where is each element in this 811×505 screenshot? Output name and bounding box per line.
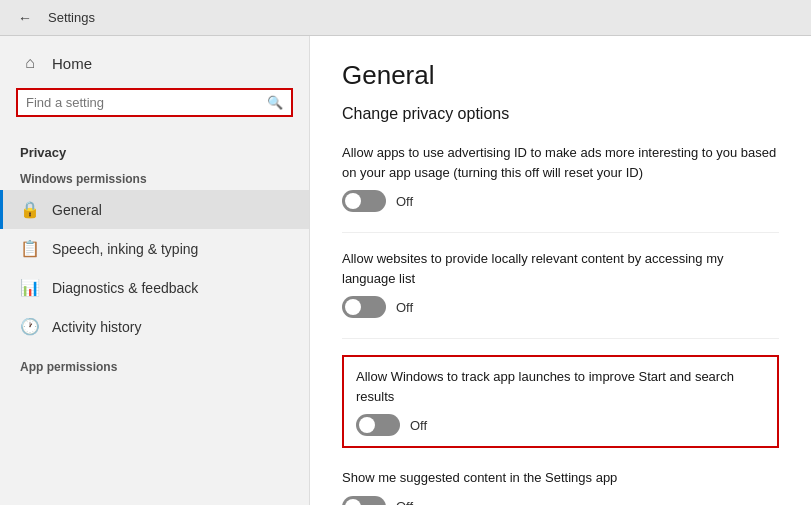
main-layout: ⌂ Home 🔍 Privacy Windows permissions 🔒 G… — [0, 36, 811, 505]
setting-text: Allow Windows to track app launches to i… — [356, 367, 765, 406]
setting-track-launches-highlighted: Allow Windows to track app launches to i… — [342, 355, 779, 448]
toggle-row: Off — [342, 496, 779, 506]
divider — [342, 338, 779, 339]
setting-text: Show me suggested content in the Setting… — [342, 468, 779, 488]
windows-permissions-label: Windows permissions — [0, 166, 309, 190]
advertising-id-toggle[interactable] — [342, 190, 386, 212]
diagnostics-icon: 📊 — [20, 278, 40, 297]
sidebar-item-general[interactable]: 🔒 General — [0, 190, 309, 229]
sidebar-item-label: Diagnostics & feedback — [52, 280, 198, 296]
toggle-knob — [345, 299, 361, 315]
content-area: General Change privacy options Allow app… — [310, 36, 811, 505]
privacy-section-label: Privacy — [0, 131, 309, 166]
page-title: General — [342, 60, 779, 91]
sidebar-item-label: Speech, inking & typing — [52, 241, 198, 257]
sidebar: ⌂ Home 🔍 Privacy Windows permissions 🔒 G… — [0, 36, 310, 505]
speech-icon: 📋 — [20, 239, 40, 258]
toggle-knob — [345, 193, 361, 209]
sidebar-item-speech[interactable]: 📋 Speech, inking & typing — [0, 229, 309, 268]
toggle-label: Off — [410, 418, 427, 433]
suggested-content-toggle[interactable] — [342, 496, 386, 506]
app-permissions-label: App permissions — [0, 354, 309, 378]
toggle-knob — [359, 417, 375, 433]
setting-text: Allow websites to provide locally releva… — [342, 249, 779, 288]
toggle-knob — [345, 499, 361, 506]
back-button[interactable]: ← — [12, 6, 38, 30]
search-input[interactable] — [26, 95, 261, 110]
search-box: 🔍 — [16, 88, 293, 117]
sidebar-item-label: General — [52, 202, 102, 218]
toggle-row: Off — [356, 414, 765, 436]
window-title: Settings — [48, 10, 95, 25]
sidebar-item-label: Activity history — [52, 319, 141, 335]
track-launches-toggle[interactable] — [356, 414, 400, 436]
setting-text: Allow apps to use advertising ID to make… — [342, 143, 779, 182]
title-bar: ← Settings — [0, 0, 811, 36]
toggle-row: Off — [342, 296, 779, 318]
divider — [342, 232, 779, 233]
toggle-row: Off — [342, 190, 779, 212]
sidebar-item-diagnostics[interactable]: 📊 Diagnostics & feedback — [0, 268, 309, 307]
language-list-toggle[interactable] — [342, 296, 386, 318]
setting-suggested-content: Show me suggested content in the Setting… — [342, 468, 779, 505]
toggle-label: Off — [396, 194, 413, 209]
general-icon: 🔒 — [20, 200, 40, 219]
setting-advertising-id: Allow apps to use advertising ID to make… — [342, 143, 779, 212]
sidebar-item-activity[interactable]: 🕐 Activity history — [0, 307, 309, 346]
setting-language-list: Allow websites to provide locally releva… — [342, 249, 779, 318]
home-icon: ⌂ — [20, 54, 40, 72]
toggle-label: Off — [396, 300, 413, 315]
home-label: Home — [52, 55, 92, 72]
sidebar-home[interactable]: ⌂ Home — [0, 46, 309, 80]
toggle-label: Off — [396, 499, 413, 505]
activity-icon: 🕐 — [20, 317, 40, 336]
page-subtitle: Change privacy options — [342, 105, 779, 123]
search-icon: 🔍 — [267, 95, 283, 110]
